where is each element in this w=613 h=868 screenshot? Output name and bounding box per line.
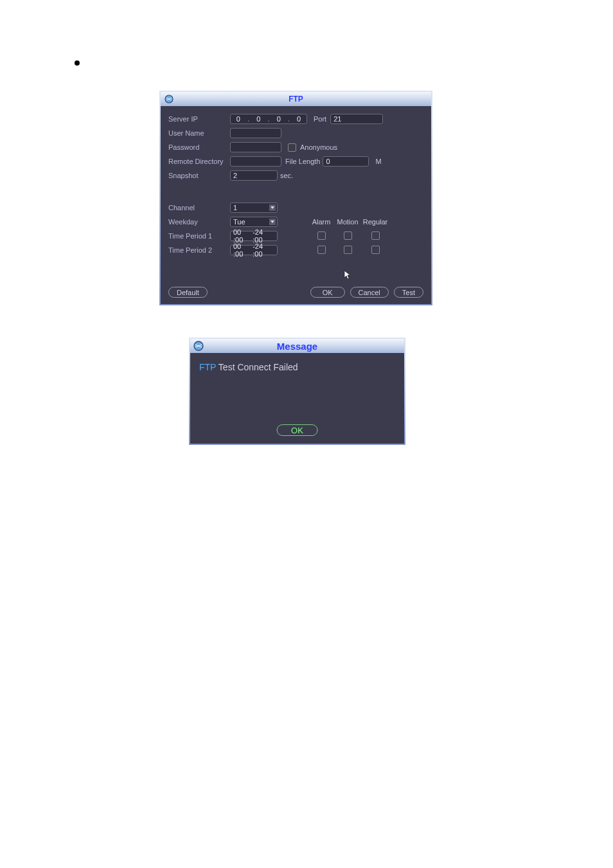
tp2-motion-checkbox[interactable]: [344, 246, 352, 254]
ftp-titlebar: FTP: [161, 92, 431, 106]
alarm-header: Alarm: [308, 218, 334, 226]
weekday-select[interactable]: Tue: [230, 217, 278, 227]
remote-dir-input[interactable]: [230, 156, 281, 167]
default-button[interactable]: Default: [168, 287, 208, 298]
motion-header: Motion: [334, 218, 361, 226]
tp1-time-input[interactable]: 00 :00-24 :00: [230, 231, 278, 241]
file-length-unit: M: [375, 158, 381, 165]
message-titlebar: Message: [190, 339, 404, 353]
server-ip-input[interactable]: 0. 0. 0. 0: [230, 114, 307, 124]
cursor-icon: [344, 270, 351, 280]
anonymous-label: Anonymous: [300, 143, 337, 151]
ftp-body: Server IP 0. 0. 0. 0 Port 21 User Name P…: [161, 106, 431, 264]
bullet-point: [75, 60, 80, 66]
username-label: User Name: [168, 129, 230, 137]
tp2-time-input[interactable]: 00 :00-24 :00: [230, 245, 278, 255]
password-input[interactable]: [230, 142, 281, 152]
file-length-label: File Length: [285, 158, 320, 165]
message-title: Message: [207, 341, 404, 352]
port-label: Port: [314, 115, 326, 123]
tp1-regular-checkbox[interactable]: [371, 231, 380, 240]
tp1-motion-checkbox[interactable]: [344, 231, 352, 240]
password-label: Password: [168, 143, 230, 151]
test-button[interactable]: Test: [394, 287, 423, 298]
message-body: FTP Test Connect Failed OK: [190, 353, 404, 444]
port-input[interactable]: 21: [330, 114, 383, 124]
tp2-regular-checkbox[interactable]: [371, 246, 380, 254]
cancel-button[interactable]: Cancel: [350, 287, 389, 298]
ftp-window-icon: [161, 92, 177, 106]
tp1-label: Time Period 1: [168, 232, 230, 240]
ok-button[interactable]: OK: [310, 287, 345, 298]
snapshot-label: Snapshot: [168, 172, 230, 179]
message-ok-button[interactable]: OK: [276, 424, 318, 436]
weekday-label: Weekday: [168, 218, 230, 226]
ip-octet-1[interactable]: 0: [233, 115, 244, 123]
file-length-input[interactable]: 0: [323, 156, 369, 167]
username-input[interactable]: [230, 128, 281, 138]
message-text: FTP Test Connect Failed: [199, 362, 395, 372]
message-window: Message FTP Test Connect Failed OK: [189, 338, 405, 445]
ip-octet-3[interactable]: 0: [274, 115, 284, 123]
ftp-window: FTP Server IP 0. 0. 0. 0 Port 21 User Na…: [159, 91, 432, 305]
snapshot-sec-label: sec.: [280, 172, 293, 179]
channel-select[interactable]: 1: [230, 203, 278, 213]
ftp-title: FTP: [177, 95, 431, 104]
tp2-alarm-checkbox[interactable]: [317, 246, 326, 254]
chevron-down-icon: [269, 204, 276, 211]
server-ip-label: Server IP: [168, 115, 230, 123]
ip-octet-4[interactable]: 0: [294, 115, 304, 123]
ip-octet-2[interactable]: 0: [253, 115, 263, 123]
message-window-icon: [190, 339, 207, 353]
snapshot-input[interactable]: 2: [230, 170, 278, 181]
channel-label: Channel: [168, 204, 230, 212]
tp1-alarm-checkbox[interactable]: [317, 231, 326, 240]
remote-dir-label: Remote Directory: [168, 158, 230, 165]
regular-header: Regular: [361, 218, 389, 226]
anonymous-checkbox[interactable]: [288, 143, 296, 152]
chevron-down-icon: [269, 219, 276, 225]
tp2-label: Time Period 2: [168, 246, 230, 254]
